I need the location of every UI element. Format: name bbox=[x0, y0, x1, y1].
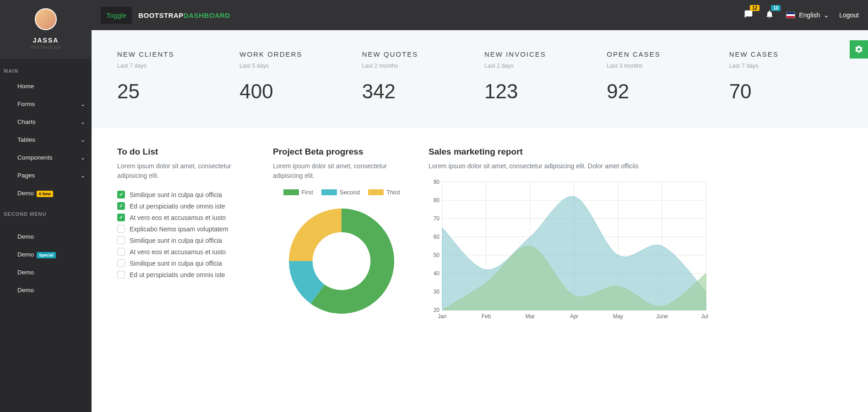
chevron-down-icon: ⌄ bbox=[824, 11, 829, 19]
profile-block: JASSA Web Developer bbox=[0, 0, 92, 59]
stat-sub: Last 2 months bbox=[362, 63, 475, 69]
sidebar-item-pages[interactable]: Pages⌄ bbox=[0, 166, 92, 184]
notifications-icon[interactable]: 10 bbox=[765, 10, 774, 21]
todo-section: To do List Lorem ipsum dolor sit amet, c… bbox=[117, 147, 255, 323]
todo-text: Explicabo Nemo ipsam voluptatem bbox=[130, 225, 228, 233]
gear-icon bbox=[854, 45, 863, 54]
stat-title: NEW INVOICES bbox=[484, 50, 597, 58]
sidebar: JASSA Web Developer MAIN HomeForms⌄Chart… bbox=[0, 0, 92, 412]
stat-card: OPEN CASESLast 3 months92 bbox=[607, 50, 720, 103]
brand-part2: DASHBOARD bbox=[184, 11, 230, 19]
stat-card: WORK ORDERSLast 5 days400 bbox=[239, 50, 353, 103]
chevron-down-icon: ⌄ bbox=[81, 137, 85, 143]
sidebar-item-demo[interactable]: Demo bbox=[0, 228, 92, 246]
messages-icon[interactable]: 12 bbox=[744, 10, 753, 21]
todo-text: Ed ut perspiciatis unde omnis iste bbox=[130, 203, 225, 210]
messages-count: 12 bbox=[750, 5, 760, 11]
stat-title: NEW CASES bbox=[729, 50, 842, 58]
stat-value: 25 bbox=[117, 80, 230, 103]
todo-text: Similique sunt in culpa qui officia bbox=[130, 260, 222, 267]
sidebar-item-demo[interactable]: Demo bbox=[0, 263, 92, 281]
svg-text:90: 90 bbox=[434, 179, 440, 185]
stat-value: 123 bbox=[484, 80, 597, 103]
stat-sub: Last 5 days bbox=[239, 63, 353, 69]
todo-item: Similique sunt in culpa qui officia bbox=[117, 257, 255, 269]
checkbox[interactable] bbox=[117, 191, 125, 198]
svg-text:Mar: Mar bbox=[526, 313, 535, 320]
avatar[interactable] bbox=[35, 8, 57, 30]
sales-section: Sales marketing report Lorem ipsum dolor… bbox=[429, 147, 842, 323]
stat-card: NEW INVOICESLast 2 days123 bbox=[484, 50, 597, 103]
sidebar-item-forms[interactable]: Forms⌄ bbox=[0, 95, 92, 113]
todo-text: Similique sunt in culpa qui officia bbox=[130, 237, 222, 244]
svg-text:Feb: Feb bbox=[482, 313, 491, 320]
sidebar-item-home[interactable]: Home bbox=[0, 77, 92, 95]
stat-title: NEW CLIENTS bbox=[117, 50, 230, 58]
sidebar-item-components[interactable]: Components⌄ bbox=[0, 149, 92, 166]
donut-desc: Lorem ipsum dolor sit amet, consectetur … bbox=[273, 161, 410, 181]
sidebar-section-second: SECOND MENU bbox=[0, 202, 92, 220]
svg-text:30: 30 bbox=[434, 289, 440, 295]
todo-item: Similique sunt in culpa qui officia bbox=[117, 189, 255, 200]
checkbox[interactable] bbox=[117, 271, 125, 278]
todo-item: At vero eos et accusamus et iusto bbox=[117, 212, 255, 223]
svg-text:70: 70 bbox=[434, 215, 440, 222]
stat-card: NEW CLIENTSLast 7 days25 bbox=[117, 50, 230, 103]
profile-subtitle: Web Developer bbox=[0, 45, 92, 50]
area-chart: 2030405060708090JanFebMarAprMayJuneJuly bbox=[429, 179, 708, 321]
brand-part1: BOOTSTRAP bbox=[138, 11, 184, 19]
flag-icon bbox=[786, 12, 795, 18]
stat-sub: Last 7 days bbox=[117, 63, 230, 69]
stat-title: NEW QUOTES bbox=[362, 50, 475, 58]
sidebar-item-demo[interactable]: Demo bbox=[0, 281, 92, 299]
legend-first: First bbox=[302, 189, 313, 196]
notifications-count: 10 bbox=[771, 5, 781, 11]
settings-tab[interactable] bbox=[850, 40, 868, 59]
checkbox[interactable] bbox=[117, 202, 125, 210]
stat-sub: Last 7 days bbox=[729, 63, 842, 69]
todo-item: Ed ut perspiciatis unde omnis iste bbox=[117, 200, 255, 212]
checkbox[interactable] bbox=[117, 259, 125, 267]
checkbox[interactable] bbox=[117, 214, 125, 221]
checkbox[interactable] bbox=[117, 236, 125, 244]
sales-title: Sales marketing report bbox=[429, 147, 842, 157]
svg-text:80: 80 bbox=[434, 197, 440, 203]
svg-text:Apr: Apr bbox=[570, 313, 579, 320]
chevron-down-icon: ⌄ bbox=[81, 101, 85, 107]
checkbox[interactable] bbox=[117, 248, 125, 256]
todo-text: Ed ut perspiciatis unde omnis iste bbox=[130, 271, 225, 278]
svg-text:June: June bbox=[656, 313, 668, 320]
todo-item: At vero eos et accusamus et iusto bbox=[117, 246, 255, 257]
sidebar-item-tables[interactable]: Tables⌄ bbox=[0, 131, 92, 149]
todo-desc: Lorem ipsum dolor sit amet, consectetur … bbox=[117, 161, 255, 181]
todo-item: Explicabo Nemo ipsam voluptatem bbox=[117, 223, 255, 235]
stat-value: 92 bbox=[607, 80, 720, 103]
svg-text:40: 40 bbox=[434, 270, 440, 277]
stat-card: NEW CASESLast 7 days70 bbox=[729, 50, 842, 103]
logout-link[interactable]: Logout bbox=[839, 11, 859, 19]
todo-text: Similique sunt in culpa qui officia bbox=[130, 191, 222, 198]
stat-value: 400 bbox=[239, 80, 353, 103]
stat-title: OPEN CASES bbox=[607, 50, 720, 58]
checkbox[interactable] bbox=[117, 225, 125, 233]
language-label: English bbox=[799, 11, 820, 19]
sidebar-item-charts[interactable]: Charts⌄ bbox=[0, 113, 92, 131]
stat-sub: Last 3 months bbox=[607, 63, 720, 69]
stat-sub: Last 2 days bbox=[484, 63, 597, 69]
todo-text: At vero eos et accusamus et iusto bbox=[130, 214, 226, 221]
donut-title: Project Beta progress bbox=[273, 147, 410, 157]
stat-value: 342 bbox=[362, 80, 475, 103]
todo-text: At vero eos et accusamus et iusto bbox=[130, 248, 226, 256]
language-selector[interactable]: English ⌄ bbox=[786, 11, 829, 19]
sales-desc: Lorem ipsum dolor sit amet, consectetur … bbox=[429, 161, 842, 171]
toggle-button[interactable]: Toggle bbox=[101, 7, 132, 24]
todo-title: To do List bbox=[117, 147, 255, 157]
legend-third: Third bbox=[386, 189, 400, 196]
sidebar-item-demo[interactable]: Demo6 New bbox=[0, 184, 92, 202]
sidebar-item-demo[interactable]: DemoSpecial bbox=[0, 246, 92, 263]
stat-value: 70 bbox=[729, 80, 842, 103]
chevron-down-icon: ⌄ bbox=[81, 172, 85, 179]
svg-text:50: 50 bbox=[434, 252, 440, 258]
brand[interactable]: BOOTSTRAPDASHBOARD bbox=[138, 11, 230, 19]
todo-item: Similique sunt in culpa qui officia bbox=[117, 235, 255, 246]
